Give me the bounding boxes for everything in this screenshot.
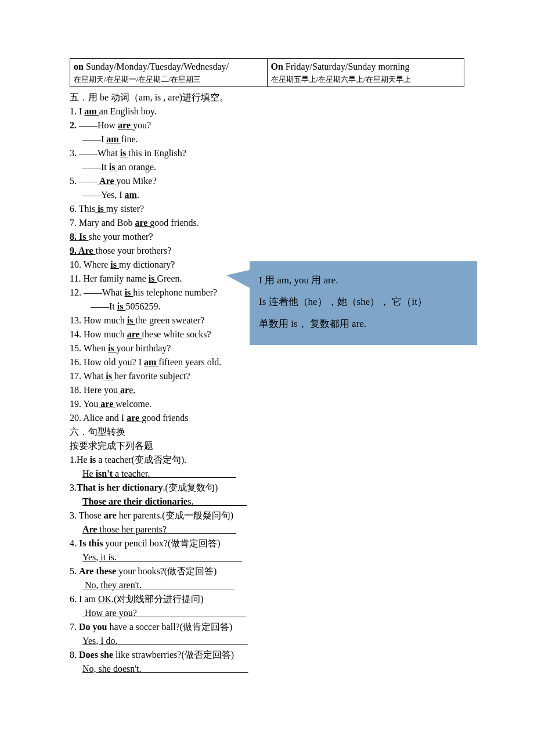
section6-subtitle: 按要求完成下列各题 bbox=[70, 439, 464, 453]
q2b: ——I am fine. bbox=[70, 132, 464, 146]
q2a: 2. ——How are you? bbox=[70, 118, 464, 132]
s6-question: 1.He is a teacher(变成否定句). bbox=[70, 453, 464, 467]
left-prefix: on bbox=[74, 62, 84, 71]
section5-title: 五．用 be 动词（am, is , are)进行填空。 bbox=[70, 91, 464, 105]
right-days: Friday/Saturday/Sunday morning bbox=[283, 62, 410, 71]
q17: 17. What is her favorite subject? bbox=[70, 369, 464, 383]
right-prefix: On bbox=[271, 62, 283, 71]
q5a: 5. —— Are you Mike? bbox=[70, 174, 464, 188]
table-cell-right: On Friday/Saturday/Sunday morning 在星期五早上… bbox=[267, 59, 464, 87]
s6-question: 3.That is her dictionary.(变成复数句) bbox=[70, 481, 464, 495]
table-cell-left: on Sunday/Monday/Tuesday/Wednesday/ 在星期天… bbox=[70, 59, 268, 87]
s6-question: 4. Is this your pencil box?(做肯定回答) bbox=[70, 537, 464, 550]
s6-answer: Yes, I do. bbox=[70, 634, 464, 648]
q1: 1. I am an English boy. bbox=[70, 105, 464, 118]
q8: 8. Is she your mother? bbox=[70, 230, 464, 244]
s6-answer: Yes, it is. bbox=[70, 550, 464, 564]
q6: 6. This is my sister? bbox=[70, 202, 464, 216]
left-days: Sunday/Monday/Tuesday/Wednesday/ bbox=[84, 62, 229, 71]
s6-answer: He isn't a teacher. bbox=[70, 467, 464, 481]
right-translation: 在星期五早上/在星期六早上/在星期天早上 bbox=[271, 74, 461, 85]
q18: 18. Here you are. bbox=[70, 383, 464, 397]
s6-answer: Those are their dictionaries. bbox=[70, 495, 464, 509]
callout-line2: Is 连着他（he），她（she）， 它（it） bbox=[259, 291, 468, 312]
q20: 20. Alice and I are good friends bbox=[70, 411, 464, 425]
q3a: 3. ——What is this in English? bbox=[70, 146, 464, 160]
callout-line3: 单数用 is， 复数都用 are. bbox=[259, 313, 468, 334]
s6-answer: Are those her parents? bbox=[70, 523, 464, 537]
s6-question: 5. Are these your books?(做否定回答) bbox=[70, 564, 464, 578]
s6-question: 7. Do you have a soccer ball?(做肯定回答) bbox=[70, 620, 464, 634]
q5b: ——Yes, I am. bbox=[70, 188, 464, 202]
s6-answer: No, they aren't. bbox=[70, 578, 464, 592]
q9: 9. Are those your brothers? bbox=[70, 244, 464, 258]
grammar-callout: I 用 am, you 用 are. Is 连着他（he），她（she）， 它（… bbox=[250, 261, 477, 345]
s6-question: 8. Does she like strawberries?(做否定回答) bbox=[70, 648, 464, 662]
callout-line1: I 用 am, you 用 are. bbox=[259, 269, 468, 291]
s6-answer: How are you? bbox=[70, 606, 464, 620]
q7: 7. Mary and Bob are good friends. bbox=[70, 216, 464, 230]
s6-question: 6. I am OK.(对划线部分进行提问) bbox=[70, 592, 464, 606]
preposition-table: on Sunday/Monday/Tuesday/Wednesday/ 在星期天… bbox=[70, 58, 464, 87]
section6-title: 六．句型转换 bbox=[70, 425, 464, 439]
s6-answer: No, she doesn't. bbox=[70, 662, 464, 676]
q16: 16. How old you? I am fifteen years old. bbox=[70, 355, 464, 369]
left-translation: 在星期天/在星期一/在星期二/在星期三 bbox=[74, 74, 264, 85]
q3b: ——It is an orange. bbox=[70, 160, 464, 174]
s6-question: 3. Those are her parents.(变成一般疑问句) bbox=[70, 509, 464, 523]
q19: 19. You are welcome. bbox=[70, 397, 464, 411]
